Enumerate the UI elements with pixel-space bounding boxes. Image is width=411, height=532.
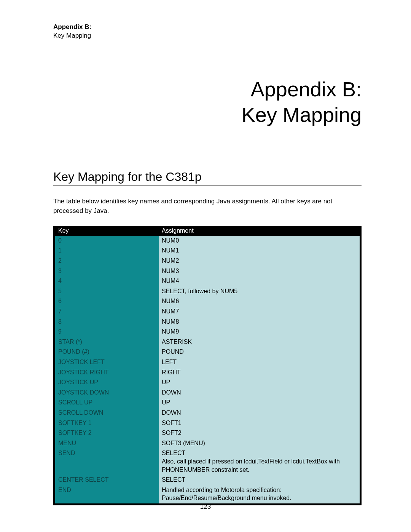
table-cell-assignment: NUM3 <box>159 266 360 276</box>
table-row: MENUSOFT3 (MENU) <box>55 438 360 449</box>
running-header-line1: Appendix B: <box>53 23 362 32</box>
section-title: Key Mapping for the C381p <box>53 170 362 186</box>
table-cell-assignment: NUM1 <box>159 246 360 256</box>
table-row: 3NUM3 <box>55 266 360 276</box>
page: Appendix B: Key Mapping Appendix B: Key … <box>0 0 411 532</box>
table-row: JOYSTICK LEFTLEFT <box>55 357 360 367</box>
table-cell-assignment: SELECT Also, call placed if pressed on l… <box>159 448 360 475</box>
table-cell-assignment: NUM2 <box>159 256 360 266</box>
table-cell-key: JOYSTICK DOWN <box>55 388 159 398</box>
table-row: POUND (#)POUND <box>55 347 360 357</box>
table-cell-key: CENTER SELECT <box>55 475 159 485</box>
intro-paragraph: The table below identifies key names and… <box>53 197 362 216</box>
table-row: JOYSTICK DOWNDOWN <box>55 388 360 398</box>
table-cell-key: 7 <box>55 307 159 317</box>
page-number: 123 <box>0 503 411 511</box>
table-cell-assignment: DOWN <box>159 388 360 398</box>
table-row: STAR (*)ASTERISK <box>55 337 360 347</box>
page-title-line2: Key Mapping <box>53 102 362 128</box>
table-row: JOYSTICK RIGHTRIGHT <box>55 367 360 378</box>
table-cell-key: MENU <box>55 438 159 449</box>
table-row: SOFTKEY 2SOFT2 <box>55 428 360 438</box>
table-row: CENTER SELECTSELECT <box>55 475 360 485</box>
table-header-assignment: Assignment <box>159 226 360 236</box>
table-row: ENDHandled according to Motorola specifi… <box>55 485 360 503</box>
table-cell-key: JOYSTICK RIGHT <box>55 367 159 378</box>
table-cell-key: SCROLL UP <box>55 398 159 408</box>
table-row: 5SELECT, followed by NUM5 <box>55 286 360 297</box>
key-mapping-table-wrap: Key Assignment 0NUM01NUM12NUM23NUM34NUM4… <box>53 226 362 505</box>
page-title-line1: Appendix B: <box>53 77 362 102</box>
table-cell-assignment: ASTERISK <box>159 337 360 347</box>
table-cell-assignment: RIGHT <box>159 367 360 378</box>
table-cell-assignment: SELECT, followed by NUM5 <box>159 286 360 297</box>
table-row: SCROLL DOWNDOWN <box>55 408 360 418</box>
running-header: Appendix B: Key Mapping <box>53 23 362 40</box>
table-cell-assignment: NUM8 <box>159 317 360 327</box>
table-cell-key: 6 <box>55 296 159 307</box>
table-cell-key: SOFTKEY 2 <box>55 428 159 438</box>
table-cell-assignment: UP <box>159 377 360 388</box>
table-cell-key: SEND <box>55 448 159 475</box>
table-cell-assignment: SOFT2 <box>159 428 360 438</box>
table-cell-assignment: POUND <box>159 347 360 357</box>
table-header-row: Key Assignment <box>55 226 360 236</box>
table-cell-assignment: NUM7 <box>159 307 360 317</box>
table-row: SCROLL UPUP <box>55 398 360 408</box>
table-cell-assignment: NUM9 <box>159 327 360 337</box>
table-cell-assignment: LEFT <box>159 357 360 367</box>
table-cell-assignment: Handled according to Motorola specificat… <box>159 485 360 503</box>
table-row: 6NUM6 <box>55 296 360 307</box>
table-cell-assignment: NUM6 <box>159 296 360 307</box>
table-cell-key: JOYSTICK LEFT <box>55 357 159 367</box>
page-title: Appendix B: Key Mapping <box>53 77 362 128</box>
table-row: 7NUM7 <box>55 307 360 317</box>
table-cell-key: POUND (#) <box>55 347 159 357</box>
table-cell-key: 1 <box>55 246 159 256</box>
table-row: 2NUM2 <box>55 256 360 266</box>
table-cell-assignment: SELECT <box>159 475 360 485</box>
table-cell-key: 0 <box>55 236 159 246</box>
table-cell-key: 5 <box>55 286 159 297</box>
running-header-line2: Key Mapping <box>53 32 362 40</box>
table-cell-key: STAR (*) <box>55 337 159 347</box>
table-cell-assignment: SOFT1 <box>159 418 360 428</box>
table-row: 0NUM0 <box>55 236 360 246</box>
table-header-key: Key <box>55 226 159 236</box>
table-cell-key: 3 <box>55 266 159 276</box>
table-cell-key: 4 <box>55 276 159 286</box>
table-cell-assignment: NUM4 <box>159 276 360 286</box>
table-row: 8NUM8 <box>55 317 360 327</box>
table-row: JOYSTICK UPUP <box>55 377 360 388</box>
table-row: 9NUM9 <box>55 327 360 337</box>
table-row: SENDSELECT Also, call placed if pressed … <box>55 448 360 475</box>
table-cell-key: END <box>55 485 159 503</box>
table-cell-assignment: DOWN <box>159 408 360 418</box>
table-cell-key: SCROLL DOWN <box>55 408 159 418</box>
table-cell-key: SOFTKEY 1 <box>55 418 159 428</box>
table-row: 1NUM1 <box>55 246 360 256</box>
table-cell-assignment: SOFT3 (MENU) <box>159 438 360 449</box>
table-cell-assignment: NUM0 <box>159 236 360 246</box>
table-cell-assignment: UP <box>159 398 360 408</box>
table-cell-key: 8 <box>55 317 159 327</box>
key-mapping-table: Key Assignment 0NUM01NUM12NUM23NUM34NUM4… <box>55 226 360 503</box>
table-cell-key: 2 <box>55 256 159 266</box>
table-cell-key: JOYSTICK UP <box>55 377 159 388</box>
table-cell-key: 9 <box>55 327 159 337</box>
table-row: 4NUM4 <box>55 276 360 286</box>
table-row: SOFTKEY 1SOFT1 <box>55 418 360 428</box>
